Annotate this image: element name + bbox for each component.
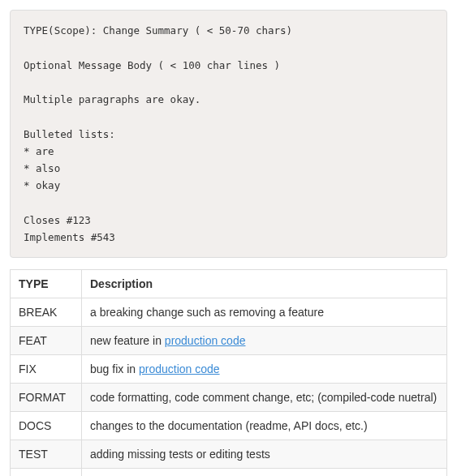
code-line: Implements #543	[24, 231, 115, 243]
description-cell: bug fix in production code	[82, 355, 447, 384]
table-row: FIX bug fix in production code	[11, 355, 447, 384]
desc-text: code formatting, code comment change, et…	[90, 391, 437, 404]
types-table: TYPE Description BREAK a breaking change…	[10, 269, 447, 476]
code-line: * okay	[24, 179, 60, 191]
code-line: * also	[24, 162, 60, 174]
desc-text: new feature in	[90, 334, 165, 347]
table-row: FEAT new feature in production code	[11, 327, 447, 355]
code-line: Multiple paragraphs are okay.	[24, 93, 200, 105]
type-cell: BREAK	[11, 298, 82, 327]
desc-text: adding missing tests or editing tests	[90, 448, 270, 461]
desc-text: bug fix in	[90, 362, 139, 375]
description-cell: code formatting, code comment change, et…	[82, 384, 447, 412]
code-line: Optional Message Body ( < 100 char lines…	[24, 59, 280, 71]
table-row: DOCS changes to the documentation (readm…	[11, 412, 447, 440]
table-header-row: TYPE Description	[11, 270, 447, 298]
table-row: FORMAT code formatting, code comment cha…	[11, 384, 447, 412]
type-cell: FORMAT	[11, 384, 82, 412]
desc-text: changes to the documentation (readme, AP…	[90, 419, 368, 432]
code-line: TYPE(Scope): Change Summary ( < 50-70 ch…	[24, 24, 292, 36]
type-cell: FIX	[11, 355, 82, 384]
code-line: * are	[24, 145, 54, 157]
production-code-link[interactable]: production code	[139, 362, 220, 376]
code-line: Closes #123	[24, 214, 91, 226]
table-row: BREAK a breaking change such as removing…	[11, 298, 447, 327]
type-cell: MAINT	[11, 469, 82, 476]
type-cell: DOCS	[11, 412, 82, 440]
description-cell: adding missing tests or editing tests	[82, 440, 447, 469]
col-header-description: Description	[82, 270, 447, 298]
description-cell: a breaking change such as removing a fea…	[82, 298, 447, 327]
code-line: Bulleted lists:	[24, 128, 115, 140]
table-row: MAINT updating dev-related maintenance f…	[11, 469, 447, 476]
desc-text: a breaking change such as removing a fea…	[90, 306, 324, 319]
description-cell: updating dev-related maintenance files (…	[82, 469, 447, 476]
type-cell: FEAT	[11, 327, 82, 355]
description-cell: new feature in production code	[82, 327, 447, 355]
col-header-type: TYPE	[11, 270, 82, 298]
type-cell: TEST	[11, 440, 82, 469]
commit-format-codeblock: TYPE(Scope): Change Summary ( < 50-70 ch…	[10, 10, 447, 258]
table-row: TEST adding missing tests or editing tes…	[11, 440, 447, 469]
description-cell: changes to the documentation (readme, AP…	[82, 412, 447, 440]
production-code-link[interactable]: production code	[165, 334, 246, 348]
